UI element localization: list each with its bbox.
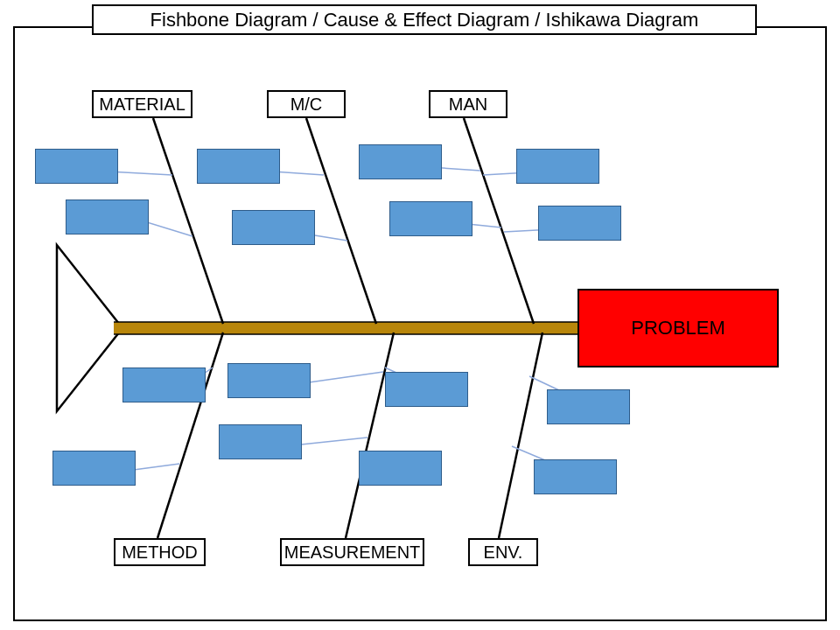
cause-box: [516, 149, 599, 184]
bone-env: [499, 332, 542, 538]
fish-tail: [57, 245, 122, 411]
category-man: MAN: [429, 90, 508, 118]
cause-box: [52, 451, 136, 486]
bone-method: [158, 332, 223, 538]
cause-box: [359, 144, 442, 179]
category-mc: M/C: [267, 90, 346, 118]
cause-box: [538, 206, 621, 241]
cause-box: [66, 200, 149, 234]
bone-measurement: [346, 332, 394, 538]
cause-box: [389, 201, 472, 236]
category-env: ENV.: [468, 538, 538, 566]
cause-box: [35, 149, 118, 184]
cause-box: [359, 451, 442, 486]
cause-box: [547, 389, 630, 424]
category-material: MATERIAL: [92, 90, 192, 118]
cause-box: [197, 149, 280, 184]
cause-box: [219, 424, 302, 459]
category-measurement: MEASUREMENT: [280, 538, 424, 566]
cause-box: [122, 368, 206, 402]
problem-head: PROBLEM: [578, 289, 779, 368]
cause-box: [232, 210, 315, 245]
cause-box: [385, 372, 468, 407]
cause-box: [534, 459, 617, 494]
category-method: METHOD: [114, 538, 206, 566]
diagram-title: Fishbone Diagram / Cause & Effect Diagra…: [92, 4, 757, 35]
cause-box: [228, 363, 311, 398]
